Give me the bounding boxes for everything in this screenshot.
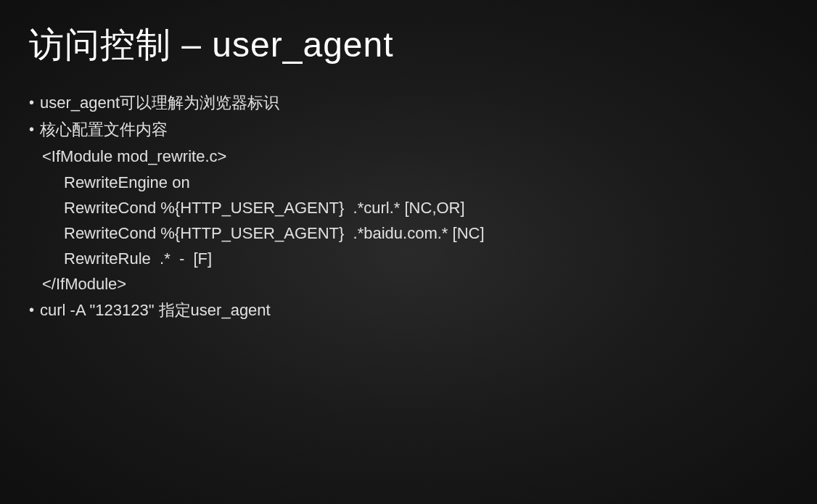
code-line-1: <IfModule mod_rewrite.c> xyxy=(42,144,788,169)
bullet-item-3: • curl -A "123123" 指定user_agent xyxy=(29,297,788,323)
bullet-text-2: 核心配置文件内容 xyxy=(40,117,788,142)
code-line-3: RewriteCond %{HTTP_USER_AGENT} .*curl.* … xyxy=(42,195,788,220)
bullet-icon: • xyxy=(29,297,34,322)
bullet-text-1: user_agent可以理解为浏览器标识 xyxy=(40,90,788,115)
bullet-text-3: curl -A "123123" 指定user_agent xyxy=(40,297,788,323)
code-line-2: RewriteEngine on xyxy=(42,170,788,195)
slide-title: 访问控制 – user_agent xyxy=(29,22,788,68)
slide-content: • user_agent可以理解为浏览器标识 • 核心配置文件内容 <IfMod… xyxy=(29,90,788,323)
code-line-6: </IfModule> xyxy=(42,271,788,297)
bullet-icon: • xyxy=(29,90,34,115)
code-block: <IfModule mod_rewrite.c> RewriteEngine o… xyxy=(29,144,788,297)
code-line-4: RewriteCond %{HTTP_USER_AGENT} .*baidu.c… xyxy=(42,220,788,246)
bullet-item-2: • 核心配置文件内容 xyxy=(29,117,788,142)
bullet-item-1: • user_agent可以理解为浏览器标识 xyxy=(29,90,788,115)
bullet-icon: • xyxy=(29,117,34,141)
code-line-5: RewriteRule .* - [F] xyxy=(42,246,788,271)
